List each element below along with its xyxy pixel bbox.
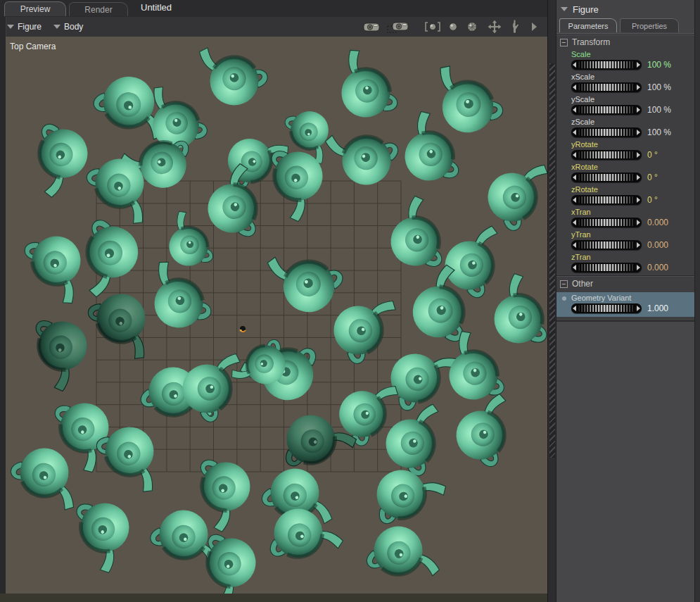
yscale-value[interactable]: 100 % <box>647 105 671 115</box>
xrotate-dial-barrel[interactable] <box>577 174 636 181</box>
zrotate-value[interactable]: 0 ° <box>647 195 658 205</box>
xscale-dial-barrel[interactable] <box>577 84 636 91</box>
scale-dial[interactable] <box>571 60 642 70</box>
tab-render[interactable]: Render <box>69 2 128 16</box>
teapot-figure[interactable] <box>324 46 411 130</box>
teapot-figure[interactable] <box>11 223 98 307</box>
yscale-dial-barrel[interactable] <box>577 106 636 113</box>
scale-dial-barrel[interactable] <box>577 61 636 68</box>
teapot-figure[interactable] <box>68 211 149 299</box>
collapse-icon[interactable]: − <box>560 280 568 288</box>
geometry-variant-dial-right-arrow-icon[interactable] <box>637 306 640 311</box>
yrotate-dial-right-arrow-icon[interactable] <box>637 152 640 158</box>
face-camera-icon[interactable] <box>362 20 381 34</box>
xtran-dial-barrel[interactable] <box>577 219 636 226</box>
ytran-dial[interactable] <box>571 240 642 250</box>
teapot-figure[interactable] <box>324 120 405 193</box>
ytran-dial-right-arrow-icon[interactable] <box>637 242 640 248</box>
section-other: − Other <box>556 275 700 291</box>
zrotate-dial-left-arrow-icon[interactable] <box>573 197 576 203</box>
xrotate-dial[interactable] <box>571 173 642 182</box>
chevron-down-icon[interactable] <box>561 7 568 11</box>
teapot-figure[interactable] <box>380 403 448 480</box>
ztran-dial[interactable] <box>571 263 642 272</box>
yscale-dial[interactable] <box>571 105 642 115</box>
document-tab-bar: Preview Render Untitled <box>0 0 547 18</box>
yrotate-dial-left-arrow-icon[interactable] <box>573 152 576 158</box>
teapot-figure[interactable] <box>485 161 547 233</box>
teapot-figure[interactable] <box>426 64 510 141</box>
teapot-figure[interactable] <box>79 284 163 361</box>
panel-divider[interactable] <box>547 0 556 602</box>
yrotate-value[interactable]: 0 ° <box>647 150 658 160</box>
zscale-dial-barrel[interactable] <box>577 129 636 136</box>
geometry-variant-dial[interactable] <box>571 303 642 313</box>
teapot-figure[interactable] <box>360 518 440 591</box>
toolbar: Figure Body <box>0 17 547 37</box>
ztran-dial-left-arrow-icon[interactable] <box>573 265 576 270</box>
scale-dial-right-arrow-icon[interactable] <box>637 62 640 68</box>
param-row-yrotate: yRotate0 ° <box>556 140 700 163</box>
zrotate-dial[interactable] <box>571 195 642 205</box>
xtran-dial-right-arrow-icon[interactable] <box>637 220 640 225</box>
zscale-dial-left-arrow-icon[interactable] <box>573 130 576 135</box>
geometry-variant-dial-barrel[interactable] <box>577 305 636 312</box>
yscale-dial-right-arrow-icon[interactable] <box>637 107 640 113</box>
ztran-dial-right-arrow-icon[interactable] <box>637 265 640 270</box>
hand-tool-icon[interactable] <box>509 18 521 35</box>
teapot-figure[interactable] <box>448 393 521 473</box>
camera-name-label: Top Camera <box>10 42 56 51</box>
teapot-figure[interactable] <box>329 291 397 368</box>
trackball-icon[interactable] <box>447 20 459 34</box>
teapot-figure[interactable] <box>19 113 100 199</box>
move-tool-icon[interactable] <box>485 18 504 35</box>
teapot-figure[interactable] <box>200 48 268 106</box>
xscale-dial[interactable] <box>571 82 642 92</box>
zscale-dial[interactable] <box>571 127 642 137</box>
xscale-value[interactable]: 100 % <box>647 82 671 92</box>
geometry-variant-value[interactable]: 1.000 <box>647 303 668 313</box>
geometry-variant-dial-left-arrow-icon[interactable] <box>573 306 576 311</box>
xtran-value[interactable]: 0.000 <box>647 218 668 227</box>
zscale-dial-right-arrow-icon[interactable] <box>637 130 640 135</box>
ztran-dial-barrel[interactable] <box>577 264 636 271</box>
posing-camera-icon[interactable] <box>386 19 410 35</box>
yrotate-dial-barrel[interactable] <box>577 151 636 158</box>
xtran-dial-left-arrow-icon[interactable] <box>573 220 576 225</box>
tab-parameters[interactable]: Parameters <box>559 18 617 32</box>
teapot-figure[interactable] <box>431 328 520 414</box>
xrotate-value[interactable]: 0 ° <box>647 173 658 182</box>
collapse-icon[interactable]: − <box>560 39 568 46</box>
ztran-value[interactable]: 0.000 <box>647 263 668 272</box>
tab-properties[interactable]: Properties <box>620 18 679 32</box>
xtran-dial[interactable] <box>571 218 642 227</box>
teapot-figure[interactable] <box>6 443 82 511</box>
yscale-dial-left-arrow-icon[interactable] <box>573 107 576 113</box>
tab-preview[interactable]: Preview <box>4 1 66 16</box>
yrotate-dial[interactable] <box>571 150 642 160</box>
ytran-dial-left-arrow-icon[interactable] <box>573 242 576 248</box>
scene-canvas <box>6 37 547 594</box>
zrotate-dial-right-arrow-icon[interactable] <box>637 197 640 203</box>
param-row-xtran: xTran0.000 <box>556 208 700 230</box>
xrotate-dial-right-arrow-icon[interactable] <box>637 175 640 180</box>
figure-dropdown[interactable]: Figure <box>7 17 42 37</box>
zrotate-dial-barrel[interactable] <box>577 196 636 203</box>
body-dropdown[interactable]: Body <box>53 17 83 37</box>
ytran-dial-barrel[interactable] <box>577 242 636 249</box>
teapot-figure[interactable] <box>183 354 241 422</box>
xrotate-dial-left-arrow-icon[interactable] <box>573 175 576 180</box>
xscale-dial-left-arrow-icon[interactable] <box>573 84 576 90</box>
teapot-figure[interactable] <box>379 337 460 422</box>
scale-value[interactable]: 100 % <box>647 60 671 70</box>
trackball-rotate-icon[interactable] <box>464 19 480 35</box>
scale-dial-left-arrow-icon[interactable] <box>573 62 576 68</box>
preview-viewport[interactable]: Top Camera <box>6 37 547 594</box>
section-transform: − Transform <box>556 34 700 50</box>
more-arrow-icon[interactable] <box>530 21 538 32</box>
zscale-value[interactable]: 100 % <box>647 127 671 137</box>
ytran-value[interactable]: 0.000 <box>647 240 668 250</box>
trackball-bracket-icon[interactable] <box>424 20 442 34</box>
xscale-dial-right-arrow-icon[interactable] <box>637 84 640 90</box>
small-center-figure[interactable] <box>240 326 246 332</box>
